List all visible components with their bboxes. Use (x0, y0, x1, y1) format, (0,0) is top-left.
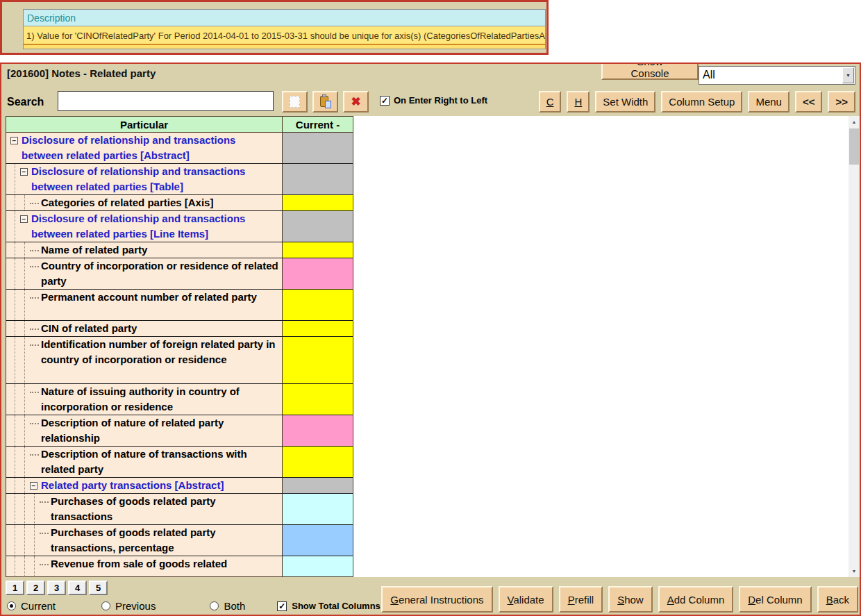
column-header-particular[interactable]: Particular (6, 117, 283, 132)
page-button-3[interactable]: 3 (47, 581, 66, 595)
value-cell[interactable] (283, 133, 353, 163)
value-cell[interactable] (283, 242, 353, 258)
table-row[interactable]: Purchases of goods related party transac… (6, 525, 353, 556)
page-button-5[interactable]: 5 (89, 581, 108, 595)
collapse-icon[interactable]: − (20, 215, 28, 223)
table-row[interactable]: Permanent account number of related part… (6, 290, 353, 321)
value-cell[interactable] (283, 478, 353, 493)
table-row[interactable]: CIN of related party (6, 321, 353, 337)
value-cell[interactable] (283, 290, 353, 320)
tree-guide (15, 337, 15, 383)
value-cell[interactable] (283, 258, 353, 289)
scroll-down-icon[interactable]: ▼ (849, 565, 860, 577)
particular-cell[interactable]: Identification number of foreign related… (6, 337, 283, 383)
footer-button-addcolumn[interactable]: Add Column (658, 586, 734, 613)
copy-button[interactable] (282, 91, 308, 113)
page-button-4[interactable]: 4 (68, 581, 87, 595)
search-input[interactable] (58, 91, 274, 111)
footer-button-delcolumn[interactable]: Del Column (739, 586, 811, 613)
value-cell[interactable] (283, 164, 353, 194)
table-row[interactable]: Purchases of goods related party transac… (6, 494, 353, 525)
table-row[interactable]: −Disclosure of relationship and transact… (6, 211, 353, 242)
particular-label: Country of incorporation or residence of… (41, 260, 278, 287)
particular-cell[interactable]: −Related party transactions [Abstract] (6, 478, 283, 493)
value-cell[interactable] (283, 494, 353, 524)
particular-cell[interactable]: Purchases of goods related party transac… (6, 494, 283, 524)
filter-dropdown[interactable]: All ▼ (699, 66, 855, 85)
footer-button-back-label: Back (826, 594, 849, 606)
footer-button-generalinstructions[interactable]: General Instructions (381, 586, 492, 613)
footer-button-back[interactable]: Back (817, 586, 858, 613)
table-row[interactable]: −Disclosure of relationship and transact… (6, 133, 353, 164)
particular-cell[interactable]: CIN of related party (6, 321, 283, 336)
particular-cell[interactable]: Purchases of goods related party transac… (6, 525, 283, 556)
particular-label: Identification number of foreign related… (41, 338, 276, 365)
table-row[interactable]: Identification number of foreign related… (6, 337, 353, 384)
footer-button-validate[interactable]: Validate (499, 586, 553, 613)
vertical-scrollbar[interactable]: ▲ ▼ (849, 116, 860, 577)
toolbar-button-columnsetup[interactable]: Column Setup (661, 91, 742, 113)
radio-button-previous[interactable] (101, 601, 110, 610)
table-row[interactable]: Country of incorporation or residence of… (6, 258, 353, 290)
value-cell[interactable] (283, 337, 353, 383)
page-button-1[interactable]: 1 (6, 581, 24, 595)
toolbar-button-[interactable]: >> (828, 91, 855, 113)
toolbar-button-menu[interactable]: Menu (748, 91, 789, 113)
collapse-icon[interactable]: − (10, 137, 18, 144)
value-cell[interactable] (283, 447, 353, 477)
radio-button-current[interactable] (7, 601, 16, 610)
toolbar-button-setwidth[interactable]: Set Width (595, 91, 655, 113)
particular-cell[interactable]: −Disclosure of relationship and transact… (6, 164, 283, 194)
footer-button-show[interactable]: Show (608, 586, 653, 613)
show-console-button[interactable]: Show Console (601, 63, 699, 80)
table-row[interactable]: Nature of issuing authority in country o… (6, 384, 353, 415)
value-cell[interactable] (283, 384, 353, 415)
column-header-current[interactable]: Current - (283, 117, 353, 132)
grid-empty-area (353, 116, 849, 577)
table-row[interactable]: Description of nature of related party r… (6, 415, 353, 447)
particular-cell[interactable]: Permanent account number of related part… (6, 290, 283, 320)
value-cell[interactable] (283, 195, 353, 210)
table-row[interactable]: Categories of related parties [Axis] (6, 195, 353, 211)
value-cell[interactable] (283, 525, 353, 556)
particular-cell[interactable]: Description of nature of related party r… (6, 415, 283, 446)
table-row[interactable]: Description of nature of transactions wi… (6, 447, 353, 478)
table-row[interactable]: −Related party transactions [Abstract] (6, 478, 353, 494)
tree-guide (15, 164, 15, 194)
page-button-2[interactable]: 2 (26, 581, 45, 595)
value-cell[interactable] (283, 556, 353, 577)
clear-search-button[interactable]: ✖ (343, 91, 369, 113)
table-row[interactable]: −Disclosure of relationship and transact… (6, 164, 353, 195)
radio-label: Current (21, 600, 56, 612)
table-row[interactable]: Revenue from sale of goods related (6, 556, 353, 577)
particular-cell[interactable]: Country of incorporation or residence of… (6, 258, 283, 289)
footer-button-prefill[interactable]: Prefill (559, 586, 603, 613)
table-row[interactable]: Name of related party (6, 242, 353, 258)
toolbar-button-[interactable]: << (795, 91, 823, 113)
particular-cell[interactable]: Categories of related parties [Axis] (6, 195, 283, 210)
show-total-columns-checkbox[interactable]: ✓ (277, 601, 287, 611)
toolbar-button-c[interactable]: C (539, 91, 562, 113)
scroll-up-icon[interactable]: ▲ (849, 116, 860, 128)
radio-button-both[interactable] (210, 601, 219, 610)
value-cell[interactable] (283, 321, 353, 336)
on-enter-checkbox[interactable]: ✓ (380, 96, 390, 106)
collapse-icon[interactable]: − (30, 482, 37, 490)
particular-cell[interactable]: −Disclosure of relationship and transact… (6, 133, 283, 163)
collapse-icon[interactable]: − (20, 168, 28, 176)
particular-cell[interactable]: Nature of issuing authority in country o… (6, 384, 283, 415)
totals-option: ✓ Show Total Columns (277, 601, 381, 611)
value-cell[interactable] (283, 415, 353, 446)
filter-dropdown-button[interactable]: ▼ (842, 67, 854, 83)
particular-label: Description of nature of related party r… (41, 417, 224, 444)
particular-cell[interactable]: Revenue from sale of goods related (6, 556, 283, 577)
value-cell[interactable] (283, 211, 353, 242)
tree-guide (15, 242, 15, 258)
toolbar-button-h[interactable]: H (567, 91, 590, 113)
scrollbar-thumb[interactable] (849, 128, 859, 165)
particular-cell[interactable]: Description of nature of transactions wi… (6, 447, 283, 477)
particular-cell[interactable]: Name of related party (6, 242, 283, 258)
particular-cell[interactable]: −Disclosure of relationship and transact… (6, 211, 283, 242)
paste-button[interactable] (312, 91, 338, 113)
validation-table: Description 1) Value for 'CINOfRelatedPa… (23, 9, 546, 49)
